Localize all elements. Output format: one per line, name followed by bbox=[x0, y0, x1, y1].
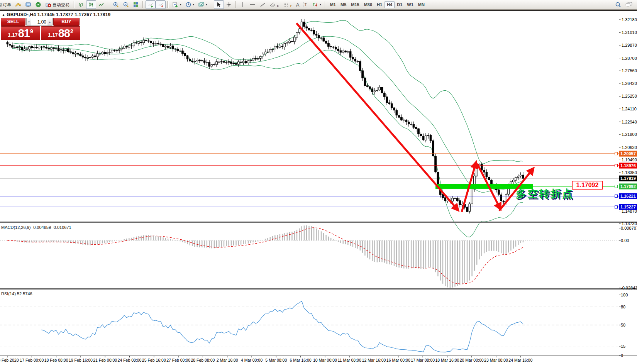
time-axis-label: 17 Mar 08:00 bbox=[411, 358, 435, 362]
tile-windows-button[interactable] bbox=[131, 0, 141, 9]
trendline-icon bbox=[260, 2, 266, 8]
time-axis[interactable]: 13 Feb 202017 Feb 00:0018 Feb 08:0019 Fe… bbox=[0, 356, 532, 363]
timeframe-h1-button[interactable]: H1 bbox=[374, 1, 385, 8]
auto-scroll-button[interactable] bbox=[146, 0, 156, 9]
zoom-out-icon bbox=[123, 2, 129, 8]
templates-button[interactable]: ▾ bbox=[196, 0, 209, 9]
timeframe-m15-button[interactable]: M15 bbox=[349, 1, 361, 8]
bar-chart-button[interactable] bbox=[76, 0, 86, 9]
chart-shift-button[interactable] bbox=[156, 0, 166, 9]
buy-price-prefix: 1.17 bbox=[48, 30, 58, 40]
vertical-line-icon bbox=[241, 2, 245, 8]
search-button[interactable] bbox=[613, 0, 623, 9]
time-axis-label: 11 Mar 08:00 bbox=[338, 358, 361, 362]
sell-price-button[interactable]: 1.17819 bbox=[1, 26, 40, 40]
cursor-icon bbox=[216, 2, 222, 8]
horizontal-line-icon bbox=[249, 2, 256, 8]
arrows-icon bbox=[312, 2, 318, 8]
price-tick-label: 1.18350 bbox=[622, 170, 637, 175]
price-tick-label: 1.29870 bbox=[622, 43, 637, 47]
price-tick-label: 1.32180 bbox=[622, 17, 637, 22]
arrows-tool-button[interactable]: ▾ bbox=[310, 0, 323, 9]
toolbar-separator bbox=[167, 1, 169, 8]
channel-tool-button[interactable]: E bbox=[268, 0, 281, 9]
line-anchor-square bbox=[615, 195, 618, 197]
market-watch-icon bbox=[15, 2, 21, 8]
rsi-pane: 1008050150 bbox=[0, 293, 628, 358]
strategy-tester-button[interactable] bbox=[33, 0, 43, 9]
channel-letter: E bbox=[277, 4, 279, 8]
crosshair-tool-button[interactable] bbox=[224, 0, 234, 9]
time-axis-label: 18 Mar 16:00 bbox=[435, 358, 459, 362]
line-anchor-square bbox=[615, 152, 618, 155]
price-tag-label: 1.16221 bbox=[620, 194, 636, 198]
tile-windows-icon bbox=[133, 2, 139, 8]
timeframe-m1-button[interactable]: M1 bbox=[328, 1, 338, 8]
time-axis-label: 2 Mar 16:00 bbox=[217, 358, 238, 362]
trendline-tool-button[interactable] bbox=[258, 0, 268, 9]
candlestick-chart-button[interactable] bbox=[86, 0, 96, 9]
fibo-letter: F bbox=[290, 4, 292, 8]
clock-icon bbox=[185, 2, 191, 8]
sell-price-prefix: 1.17 bbox=[8, 30, 17, 40]
time-axis-label: 21 Feb 00:00 bbox=[93, 358, 117, 362]
time-axis-label: 19 Feb 16:00 bbox=[69, 358, 93, 362]
one-click-trading-panel: SELL ▼ ▲ BUY 1.17819 1.17882 bbox=[1, 18, 80, 40]
macd-pane: 0.0087070.00-0.028436 bbox=[0, 225, 637, 290]
buy-price-sup: 2 bbox=[70, 23, 73, 40]
line-chart-button[interactable] bbox=[96, 0, 106, 9]
timeframe-m5-button[interactable]: M5 bbox=[338, 1, 349, 8]
zoom-out-button[interactable] bbox=[121, 0, 131, 9]
toolbar-bottom-edge bbox=[0, 10, 637, 11]
time-axis-label: 28 Feb 08:00 bbox=[191, 358, 215, 362]
toolbar-separator bbox=[73, 1, 75, 8]
toolbar: 新订单 自动交易 ▾ ▾ ▾ E F A T ▾ bbox=[0, 0, 637, 10]
trend-arrows bbox=[296, 23, 533, 212]
auto-trading-icon bbox=[45, 2, 51, 8]
periods-button[interactable]: ▾ bbox=[183, 0, 197, 9]
time-axis-label: 23 Mar 08:00 bbox=[484, 358, 508, 362]
volume-increase-button[interactable]: ▲ bbox=[47, 18, 52, 25]
buy-price-big: 88 bbox=[58, 27, 70, 40]
indicators-button[interactable]: ▾ bbox=[170, 0, 183, 9]
time-axis-label: 4 Mar 00:00 bbox=[241, 358, 263, 362]
price-callout-label[interactable]: 1.17092 bbox=[572, 181, 603, 190]
rsi-axis-label: 0 bbox=[621, 353, 623, 358]
fibonacci-tool-button[interactable]: F bbox=[281, 0, 294, 9]
text-label-tool-button[interactable]: T bbox=[301, 1, 310, 8]
cursor-tool-button[interactable] bbox=[214, 0, 224, 9]
vertical-line-tool-button[interactable] bbox=[239, 0, 247, 9]
chat-button[interactable] bbox=[623, 0, 635, 9]
chart-canvas[interactable]: 1.321801.310101.298701.287001.275601.264… bbox=[0, 0, 637, 364]
dropdown-caret-icon: ▾ bbox=[193, 3, 195, 6]
price-tag-label: 1.15227 bbox=[620, 205, 636, 209]
volume-input[interactable] bbox=[31, 18, 47, 25]
buy-button[interactable]: BUY bbox=[53, 18, 80, 26]
toolbar-separator bbox=[235, 1, 237, 8]
timeframe-m30-button[interactable]: M30 bbox=[362, 1, 374, 8]
price-tick-label: 1.21800 bbox=[622, 132, 637, 137]
dropdown-caret-icon: ▾ bbox=[180, 3, 181, 6]
market-watch-button[interactable] bbox=[13, 0, 23, 9]
price-tag-label: 1.18976 bbox=[620, 163, 636, 168]
timeframe-d1-button[interactable]: D1 bbox=[395, 1, 405, 8]
line-anchor-square bbox=[615, 206, 618, 208]
auto-trading-button[interactable]: 自动交易 bbox=[43, 0, 71, 9]
turning-point-annotation[interactable]: 多空转折点 bbox=[516, 187, 574, 201]
dropdown-caret-icon: ▾ bbox=[206, 3, 207, 6]
rsi-axis-label: 15 bbox=[621, 344, 625, 349]
timeframe-w1-button[interactable]: W1 bbox=[405, 1, 416, 8]
new-order-button[interactable]: 新订单 bbox=[0, 1, 13, 9]
price-axis[interactable]: 1.321801.310101.298701.287001.275601.264… bbox=[615, 17, 637, 226]
timeframe-mn-button[interactable]: MN bbox=[416, 1, 427, 8]
horizontal-line-tool-button[interactable] bbox=[247, 0, 258, 9]
price-tick-label: 1.31010 bbox=[622, 30, 637, 35]
price-tick-label: 1.22940 bbox=[622, 120, 637, 124]
timeframe-h4-button[interactable]: H4 bbox=[385, 1, 395, 8]
buy-price-button[interactable]: 1.17882 bbox=[41, 26, 80, 40]
price-tag-label: 1.17819 bbox=[620, 176, 636, 181]
zoom-in-button[interactable] bbox=[111, 0, 121, 9]
text-tool-button[interactable]: A bbox=[294, 1, 302, 9]
sell-button[interactable]: SELL bbox=[1, 18, 25, 26]
data-window-button[interactable] bbox=[23, 0, 33, 9]
